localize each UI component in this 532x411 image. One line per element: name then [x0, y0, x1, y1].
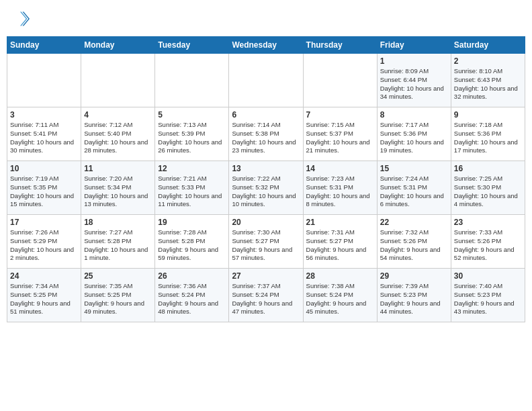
- calendar-cell: 23Sunrise: 7:33 AM Sunset: 5:26 PM Dayli…: [451, 215, 525, 269]
- logo: [11, 9, 32, 28]
- calendar-cell: 17Sunrise: 7:26 AM Sunset: 5:29 PM Dayli…: [7, 215, 81, 269]
- day-info: Sunrise: 8:10 AM Sunset: 6:43 PM Dayligh…: [454, 67, 522, 101]
- weekday-header: Thursday: [303, 37, 377, 54]
- day-info: Sunrise: 7:11 AM Sunset: 5:41 PM Dayligh…: [10, 121, 78, 155]
- day-info: Sunrise: 7:19 AM Sunset: 5:35 PM Dayligh…: [10, 175, 78, 209]
- calendar-week-row: 1Sunrise: 8:09 AM Sunset: 6:44 PM Daylig…: [7, 54, 525, 107]
- calendar-week-row: 17Sunrise: 7:26 AM Sunset: 5:29 PM Dayli…: [7, 215, 525, 269]
- day-number: 26: [158, 271, 226, 281]
- day-info: Sunrise: 7:13 AM Sunset: 5:39 PM Dayligh…: [158, 121, 226, 155]
- calendar-cell: 2Sunrise: 8:10 AM Sunset: 6:43 PM Daylig…: [451, 54, 525, 107]
- calendar-cell: 28Sunrise: 7:38 AM Sunset: 5:24 PM Dayli…: [303, 269, 377, 322]
- day-number: 1: [380, 56, 448, 66]
- day-info: Sunrise: 7:23 AM Sunset: 5:31 PM Dayligh…: [306, 175, 374, 209]
- day-number: 5: [158, 110, 226, 120]
- calendar-cell: 21Sunrise: 7:31 AM Sunset: 5:27 PM Dayli…: [303, 215, 377, 269]
- day-number: 22: [380, 218, 448, 227]
- calendar-cell: 5Sunrise: 7:13 AM Sunset: 5:39 PM Daylig…: [155, 107, 229, 161]
- calendar-table: SundayMondayTuesdayWednesdayThursdayFrid…: [7, 36, 525, 322]
- day-info: Sunrise: 7:21 AM Sunset: 5:33 PM Dayligh…: [158, 175, 226, 209]
- day-info: Sunrise: 7:36 AM Sunset: 5:24 PM Dayligh…: [158, 282, 226, 316]
- calendar-cell: 4Sunrise: 7:12 AM Sunset: 5:40 PM Daylig…: [81, 107, 155, 161]
- calendar-cell: 16Sunrise: 7:25 AM Sunset: 5:30 PM Dayli…: [451, 161, 525, 215]
- calendar-cell: 3Sunrise: 7:11 AM Sunset: 5:41 PM Daylig…: [7, 107, 81, 161]
- day-info: Sunrise: 7:34 AM Sunset: 5:25 PM Dayligh…: [10, 282, 78, 316]
- calendar-cell: 30Sunrise: 7:40 AM Sunset: 5:23 PM Dayli…: [451, 269, 525, 322]
- calendar-cell: 25Sunrise: 7:35 AM Sunset: 5:25 PM Dayli…: [81, 269, 155, 322]
- calendar-header: SundayMondayTuesdayWednesdayThursdayFrid…: [7, 37, 525, 54]
- day-number: 11: [84, 164, 152, 173]
- day-number: 29: [380, 271, 448, 281]
- day-info: Sunrise: 7:18 AM Sunset: 5:36 PM Dayligh…: [454, 121, 522, 155]
- weekday-header: Saturday: [451, 37, 525, 54]
- day-number: 9: [454, 110, 522, 120]
- day-info: Sunrise: 7:37 AM Sunset: 5:24 PM Dayligh…: [232, 282, 300, 316]
- day-number: 14: [306, 164, 374, 173]
- calendar-cell: [229, 54, 303, 107]
- day-number: 27: [232, 271, 300, 281]
- day-number: 24: [10, 271, 78, 281]
- calendar-cell: 8Sunrise: 7:17 AM Sunset: 5:36 PM Daylig…: [377, 107, 451, 161]
- day-info: Sunrise: 7:24 AM Sunset: 5:31 PM Dayligh…: [380, 175, 448, 209]
- day-number: 7: [306, 110, 374, 120]
- day-number: 12: [158, 164, 226, 173]
- day-number: 21: [306, 218, 374, 227]
- calendar-cell: 27Sunrise: 7:37 AM Sunset: 5:24 PM Dayli…: [229, 269, 303, 322]
- calendar-cell: [303, 54, 377, 107]
- day-info: Sunrise: 7:25 AM Sunset: 5:30 PM Dayligh…: [454, 175, 522, 209]
- calendar-cell: 24Sunrise: 7:34 AM Sunset: 5:25 PM Dayli…: [7, 269, 81, 322]
- day-number: 15: [380, 164, 448, 173]
- weekday-header: Monday: [81, 37, 155, 54]
- calendar-cell: 14Sunrise: 7:23 AM Sunset: 5:31 PM Dayli…: [303, 161, 377, 215]
- calendar-cell: 22Sunrise: 7:32 AM Sunset: 5:26 PM Dayli…: [377, 215, 451, 269]
- logo-icon: [11, 9, 30, 28]
- day-number: 23: [454, 218, 522, 227]
- day-info: Sunrise: 7:33 AM Sunset: 5:26 PM Dayligh…: [454, 228, 522, 263]
- day-number: 8: [380, 110, 448, 120]
- calendar-cell: 26Sunrise: 7:36 AM Sunset: 5:24 PM Dayli…: [155, 269, 229, 322]
- calendar-cell: 9Sunrise: 7:18 AM Sunset: 5:36 PM Daylig…: [451, 107, 525, 161]
- day-number: 10: [10, 164, 78, 173]
- day-number: 25: [84, 271, 152, 281]
- day-number: 28: [306, 271, 374, 281]
- day-number: 4: [84, 110, 152, 120]
- calendar-cell: 7Sunrise: 7:15 AM Sunset: 5:37 PM Daylig…: [303, 107, 377, 161]
- calendar-cell: 19Sunrise: 7:28 AM Sunset: 5:28 PM Dayli…: [155, 215, 229, 269]
- day-info: Sunrise: 7:32 AM Sunset: 5:26 PM Dayligh…: [380, 228, 448, 263]
- calendar-week-row: 24Sunrise: 7:34 AM Sunset: 5:25 PM Dayli…: [7, 269, 525, 322]
- day-info: Sunrise: 7:38 AM Sunset: 5:24 PM Dayligh…: [306, 282, 374, 316]
- day-number: 6: [232, 110, 300, 120]
- calendar-cell: [81, 54, 155, 107]
- calendar-cell: 10Sunrise: 7:19 AM Sunset: 5:35 PM Dayli…: [7, 161, 81, 215]
- day-number: 2: [454, 56, 522, 66]
- calendar-cell: 29Sunrise: 7:39 AM Sunset: 5:23 PM Dayli…: [377, 269, 451, 322]
- calendar-cell: 1Sunrise: 8:09 AM Sunset: 6:44 PM Daylig…: [377, 54, 451, 107]
- day-info: Sunrise: 8:09 AM Sunset: 6:44 PM Dayligh…: [380, 67, 448, 101]
- weekday-header: Friday: [377, 37, 451, 54]
- day-number: 30: [454, 271, 522, 281]
- day-number: 20: [232, 218, 300, 227]
- day-number: 18: [84, 218, 152, 227]
- day-info: Sunrise: 7:30 AM Sunset: 5:27 PM Dayligh…: [232, 228, 300, 263]
- calendar-cell: [155, 54, 229, 107]
- calendar-cell: 20Sunrise: 7:30 AM Sunset: 5:27 PM Dayli…: [229, 215, 303, 269]
- day-info: Sunrise: 7:26 AM Sunset: 5:29 PM Dayligh…: [10, 228, 78, 263]
- page-header: [7, 7, 525, 31]
- day-number: 13: [232, 164, 300, 173]
- day-number: 17: [10, 218, 78, 227]
- day-info: Sunrise: 7:27 AM Sunset: 5:28 PM Dayligh…: [84, 228, 152, 263]
- calendar-cell: 13Sunrise: 7:22 AM Sunset: 5:32 PM Dayli…: [229, 161, 303, 215]
- weekday-header: Wednesday: [229, 37, 303, 54]
- calendar-week-row: 10Sunrise: 7:19 AM Sunset: 5:35 PM Dayli…: [7, 161, 525, 215]
- weekday-header: Tuesday: [155, 37, 229, 54]
- day-info: Sunrise: 7:31 AM Sunset: 5:27 PM Dayligh…: [306, 228, 374, 263]
- day-info: Sunrise: 7:15 AM Sunset: 5:37 PM Dayligh…: [306, 121, 374, 155]
- day-info: Sunrise: 7:22 AM Sunset: 5:32 PM Dayligh…: [232, 175, 300, 209]
- calendar-week-row: 3Sunrise: 7:11 AM Sunset: 5:41 PM Daylig…: [7, 107, 525, 161]
- calendar-cell: [7, 54, 81, 107]
- calendar-cell: 15Sunrise: 7:24 AM Sunset: 5:31 PM Dayli…: [377, 161, 451, 215]
- day-info: Sunrise: 7:40 AM Sunset: 5:23 PM Dayligh…: [454, 282, 522, 316]
- calendar-cell: 11Sunrise: 7:20 AM Sunset: 5:34 PM Dayli…: [81, 161, 155, 215]
- day-number: 3: [10, 110, 78, 120]
- day-number: 16: [454, 164, 522, 173]
